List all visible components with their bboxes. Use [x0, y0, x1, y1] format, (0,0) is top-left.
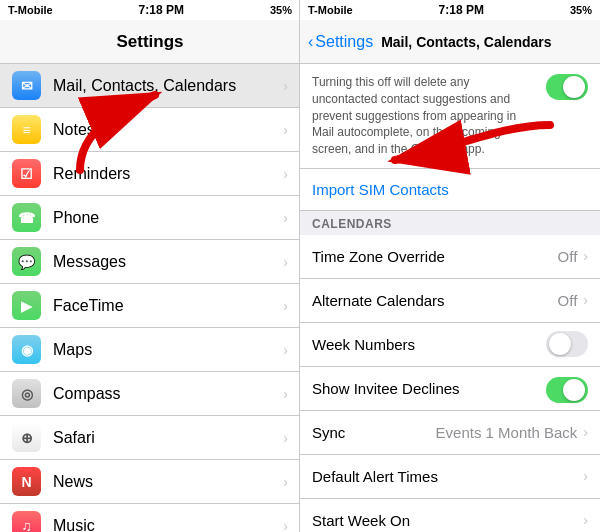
compass-icon: ◎ [12, 379, 41, 408]
cal-label-weeknum: Week Numbers [312, 336, 546, 353]
status-right: 35% [270, 4, 292, 16]
settings-label-maps: Maps [53, 341, 283, 359]
calendar-items-list: Time Zone OverrideOff›Alternate Calendar… [300, 235, 600, 532]
settings-item-facetime[interactable]: ▶FaceTime› [0, 284, 300, 328]
calendars-label: Calendars [312, 217, 392, 231]
settings-item-reminders[interactable]: ☑Reminders› [0, 152, 300, 196]
right-nav-bar: ‹ Settings Mail, Contacts, Calendars [300, 20, 600, 64]
settings-label-safari: Safari [53, 429, 283, 447]
notes-icon: ≡ [12, 115, 41, 144]
mail-icon: ✉ [12, 71, 41, 100]
info-text: Turning this off will delete any unconta… [312, 75, 516, 156]
cal-value-sync: Events 1 Month Back [436, 424, 578, 441]
right-time: 7:18 PM [439, 3, 484, 17]
calendar-item-alerttimes[interactable]: Default Alert Times› [300, 455, 600, 499]
contacts-toggle[interactable] [546, 74, 588, 100]
left-nav-title: Settings [116, 32, 183, 52]
right-battery: 35% [570, 4, 592, 16]
chevron-icon-mail: › [283, 78, 288, 94]
calendar-item-invitee[interactable]: Show Invitee Declines [300, 367, 600, 411]
battery-left: 35% [270, 4, 292, 16]
right-status-bar: T-Mobile 7:18 PM 35% [300, 0, 600, 20]
cal-chevron-sync: › [583, 424, 588, 440]
calendar-item-timezone[interactable]: Time Zone OverrideOff› [300, 235, 600, 279]
mail-contacts-panel: T-Mobile 7:18 PM 35% ‹ Settings Mail, Co… [300, 0, 600, 532]
back-label: Settings [315, 33, 373, 51]
left-panel: T-Mobile 7:18 PM 35% Settings ✉Mail, Con… [0, 0, 300, 532]
cal-label-altcal: Alternate Calendars [312, 292, 558, 309]
cal-chevron-altcal: › [583, 292, 588, 308]
settings-item-safari[interactable]: ⊕Safari› [0, 416, 300, 460]
settings-label-messages: Messages [53, 253, 283, 271]
settings-label-mail: Mail, Contacts, Calendars [53, 77, 283, 95]
right-status-right: 35% [570, 4, 592, 16]
app-container: T-Mobile 7:18 PM 35% Settings ✉Mail, Con… [0, 0, 600, 532]
facetime-icon: ▶ [12, 291, 41, 320]
settings-label-compass: Compass [53, 385, 283, 403]
settings-item-phone[interactable]: ☎Phone› [0, 196, 300, 240]
calendar-item-startweek[interactable]: Start Week On› [300, 499, 600, 532]
settings-item-compass[interactable]: ◎Compass› [0, 372, 300, 416]
chevron-icon-notes: › [283, 122, 288, 138]
cal-label-sync: Sync [312, 424, 436, 441]
chevron-icon-news: › [283, 474, 288, 490]
chevron-icon-safari: › [283, 430, 288, 446]
settings-item-music[interactable]: ♫Music› [0, 504, 300, 532]
status-left: T-Mobile [8, 4, 53, 16]
contacts-info-box: Turning this off will delete any unconta… [300, 64, 600, 169]
chevron-icon-maps: › [283, 342, 288, 358]
reminders-icon: ☑ [12, 159, 41, 188]
chevron-icon-phone: › [283, 210, 288, 226]
import-sim-item[interactable]: Import SIM Contacts [300, 169, 600, 211]
toggle-knob-invitee [563, 379, 585, 401]
settings-item-maps[interactable]: ◉Maps› [0, 328, 300, 372]
toggle-knob-weeknum [549, 333, 571, 355]
chevron-icon-messages: › [283, 254, 288, 270]
calendars-section-header: Calendars [300, 211, 600, 235]
cal-label-startweek: Start Week On [312, 512, 583, 529]
settings-item-news[interactable]: NNews› [0, 460, 300, 504]
cal-chevron-startweek: › [583, 512, 588, 528]
settings-label-reminders: Reminders [53, 165, 283, 183]
settings-panel: T-Mobile 7:18 PM 35% Settings ✉Mail, Con… [0, 0, 300, 532]
chevron-icon-music: › [283, 518, 288, 533]
import-sim-label: Import SIM Contacts [312, 181, 449, 198]
safari-icon: ⊕ [12, 423, 41, 452]
time-left: 7:18 PM [139, 3, 184, 17]
chevron-icon-reminders: › [283, 166, 288, 182]
toggle-on-invitee[interactable] [546, 377, 588, 403]
cal-chevron-timezone: › [583, 248, 588, 264]
settings-label-phone: Phone [53, 209, 283, 227]
settings-item-messages[interactable]: 💬Messages› [0, 240, 300, 284]
calendar-item-weeknum[interactable]: Week Numbers [300, 323, 600, 367]
carrier-left: T-Mobile [8, 4, 53, 16]
messages-icon: 💬 [12, 247, 41, 276]
phone-icon: ☎ [12, 203, 41, 232]
settings-label-facetime: FaceTime [53, 297, 283, 315]
settings-item-notes[interactable]: ≡Notes› [0, 108, 300, 152]
right-carrier: T-Mobile [308, 4, 353, 16]
settings-label-news: News [53, 473, 283, 491]
settings-list: ✉Mail, Contacts, Calendars›≡Notes›☑Remin… [0, 64, 300, 532]
back-button[interactable]: ‹ Settings [308, 33, 373, 51]
cal-label-timezone: Time Zone Override [312, 248, 558, 265]
toggle-off-weeknum[interactable] [546, 331, 588, 357]
left-status-bar: T-Mobile 7:18 PM 35% [0, 0, 300, 20]
right-status-left: T-Mobile [308, 4, 353, 16]
right-content: Turning this off will delete any unconta… [300, 64, 600, 532]
cal-chevron-alerttimes: › [583, 468, 588, 484]
calendar-item-sync[interactable]: SyncEvents 1 Month Back› [300, 411, 600, 455]
cal-label-alerttimes: Default Alert Times [312, 468, 583, 485]
back-chevron-icon: ‹ [308, 33, 313, 51]
settings-item-mail[interactable]: ✉Mail, Contacts, Calendars› [0, 64, 300, 108]
right-nav-title: Mail, Contacts, Calendars [381, 34, 551, 50]
calendar-item-altcal[interactable]: Alternate CalendarsOff› [300, 279, 600, 323]
right-panel: T-Mobile 7:18 PM 35% ‹ Settings Mail, Co… [300, 0, 600, 532]
settings-label-notes: Notes [53, 121, 283, 139]
left-nav-bar: Settings [0, 20, 300, 64]
chevron-icon-compass: › [283, 386, 288, 402]
news-icon: N [12, 467, 41, 496]
maps-icon: ◉ [12, 335, 41, 364]
music-icon: ♫ [12, 511, 41, 532]
settings-label-music: Music [53, 517, 283, 533]
